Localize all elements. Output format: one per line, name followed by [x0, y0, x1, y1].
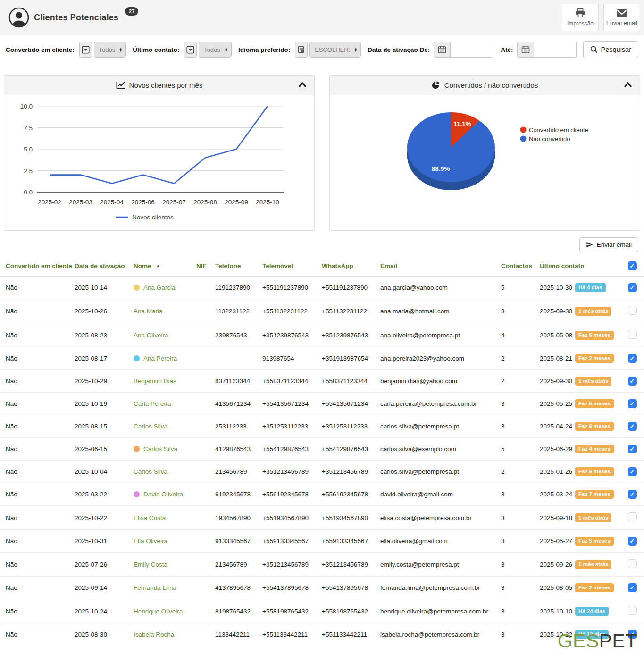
send-email-table-button[interactable]: Enviar email [579, 237, 638, 252]
row-checkbox[interactable]: ✓ [628, 537, 637, 546]
cell-select [622, 553, 644, 577]
lead-name-link[interactable]: Ana Maria [134, 308, 163, 315]
converted-filter-toggle-button[interactable] [79, 42, 92, 58]
lead-name-link[interactable]: Carlos Silva [134, 468, 167, 475]
svg-text:2025-06: 2025-06 [131, 199, 155, 206]
lead-name-link[interactable]: Ana Pereira [143, 355, 177, 362]
cell-last-contact: 2025-05-25Faz 5 meses [540, 393, 622, 415]
cell-phone: 1934567890 [215, 506, 262, 530]
cell-nif [196, 623, 215, 646]
cell-whatsapp: +351213456789 [322, 461, 380, 483]
table-row: Não2025-10-19Carla Pereira4135671234+554… [0, 393, 644, 415]
search-button[interactable]: Pesquisar [583, 41, 638, 58]
lead-name-link[interactable]: Ana Garcia [143, 284, 176, 291]
cell-nif [196, 415, 215, 438]
row-checkbox[interactable] [628, 330, 637, 339]
lead-name-link[interactable]: Carla Pereira [134, 400, 171, 407]
col-activation-date[interactable]: Data de ativação [75, 257, 134, 277]
leads-table: Convertido em cliente Data de ativação N… [0, 257, 644, 646]
cell-whatsapp: +554129876543 [322, 438, 380, 461]
cell-email: emily.costa@petempresa.pt [380, 553, 501, 577]
row-checkbox[interactable]: ✓ [628, 422, 637, 431]
last-contact-badge: Faz 2 meses [575, 583, 614, 592]
lead-name-link[interactable]: Ella Oliveira [134, 537, 167, 545]
table-row: Não2025-10-04Carlos Silva213456789+35121… [0, 461, 644, 483]
row-checkbox[interactable]: ✓ [628, 490, 637, 499]
col-mobile[interactable]: Telemóvel [262, 257, 322, 277]
cell-mobile: +554129876543 [262, 438, 322, 461]
activation-to-calendar-button[interactable] [517, 42, 534, 58]
row-checkbox[interactable] [628, 606, 637, 615]
cell-email: ana.pereira2023@yahoo.com [380, 347, 501, 370]
lead-name-link[interactable]: Elisa Costa [134, 514, 166, 521]
row-checkbox[interactable] [628, 559, 637, 568]
svg-text:2025-02: 2025-02 [38, 199, 61, 206]
converted-filter-label: Convertido em cliente: [6, 46, 75, 53]
cell-mobile: +351239876543 [262, 323, 322, 347]
svg-text:2.5: 2.5 [24, 168, 33, 175]
last-contact-filter-label: Último contato: [133, 46, 179, 53]
row-checkbox[interactable]: ✓ [628, 354, 637, 363]
col-phone[interactable]: Telefone [215, 257, 262, 277]
lead-name-link[interactable]: Henrique Oliveira [134, 608, 183, 615]
lead-name-link[interactable]: Isabela Rocha [134, 631, 174, 638]
cell-nif [196, 438, 215, 461]
lead-name-link[interactable]: David Oliveira [143, 491, 183, 498]
lead-name-link[interactable]: Carlos Silva [134, 423, 167, 430]
collapse-icon[interactable] [298, 82, 307, 88]
row-checkbox[interactable]: ✓ [628, 445, 637, 453]
lead-name-link[interactable]: Benjamim Dias [134, 378, 176, 385]
cell-contacts: 3 [501, 530, 540, 553]
row-checkbox[interactable] [628, 512, 637, 521]
cell-mobile: +551934567890 [262, 506, 322, 530]
cell-contacts: 4 [501, 323, 540, 347]
gespet-logo: GESPET [558, 630, 637, 652]
language-filter-toggle-button[interactable] [295, 42, 308, 58]
row-checkbox[interactable]: ✓ [628, 377, 637, 386]
activation-from-calendar-button[interactable] [434, 42, 451, 58]
col-email[interactable]: Email [380, 257, 501, 277]
converted-filter-select[interactable]: Todos ▲▼ [94, 42, 126, 58]
cell-contacts: 3 [501, 506, 540, 530]
col-last-contact[interactable]: Último contato [540, 257, 622, 277]
cell-contacts: 2 [501, 370, 540, 393]
col-name[interactable]: Nome▲ [134, 257, 196, 277]
row-checkbox[interactable]: ✓ [628, 583, 637, 592]
cell-last-contact: 2025-08-05Faz 2 meses [540, 577, 622, 599]
lead-name-link[interactable]: Ana Oliveira [134, 332, 168, 339]
table-row: Não2025-08-15Carlos Silva253112233+35125… [0, 415, 644, 438]
activation-to-input[interactable] [534, 42, 577, 58]
row-checkbox[interactable]: ✓ [628, 283, 637, 292]
send-email-header-button[interactable]: Enviar email [603, 4, 640, 31]
col-contacts[interactable]: Contactos [501, 257, 540, 277]
cell-last-contact: 2025-09-301 mês atrás [540, 299, 622, 323]
cell-email: henrique.oliveira@petempresa.com.br [380, 599, 501, 623]
col-whatsapp[interactable]: WhatsApp [322, 257, 380, 277]
table-row: Não2025-07-26Emily Costa213456789+351213… [0, 553, 644, 577]
cell-select: ✓ [622, 438, 644, 461]
cell-mobile: +554137895678 [262, 577, 322, 599]
lead-name-link[interactable]: Emily Costa [134, 561, 167, 568]
cell-nif [196, 323, 215, 347]
collapse-icon[interactable] [624, 82, 632, 88]
cell-phone: 1132231122 [215, 299, 262, 323]
col-converted[interactable]: Convertido em cliente [0, 257, 75, 277]
row-checkbox[interactable]: ✓ [628, 399, 637, 408]
row-checkbox[interactable] [628, 306, 637, 315]
activation-from-input[interactable] [451, 42, 493, 58]
lead-name-link[interactable]: Fernanda Lima [134, 584, 176, 591]
cell-converted: Não [0, 530, 75, 553]
col-nif[interactable]: NIF [196, 257, 215, 277]
language-filter-select[interactable]: ESCOLHER: ▲▼ [309, 42, 361, 58]
last-contact-badge: Faz 9 meses [575, 467, 614, 476]
last-contact-filter-select[interactable]: Todos ▲▼ [199, 42, 232, 58]
lead-name-link[interactable]: Carlos Silva [143, 445, 177, 453]
cell-whatsapp: +351913987654 [322, 347, 380, 370]
cell-converted: Não [0, 370, 75, 393]
print-button[interactable]: Impressão [562, 4, 599, 31]
cell-select [622, 506, 644, 530]
last-contact-filter-toggle-button[interactable] [184, 42, 197, 58]
line-chart-panel: Novos clientes por mês 10.07.55.02.50.02… [4, 75, 315, 231]
select-all-checkbox[interactable]: ✓ [628, 261, 637, 270]
row-checkbox[interactable]: ✓ [628, 467, 637, 476]
